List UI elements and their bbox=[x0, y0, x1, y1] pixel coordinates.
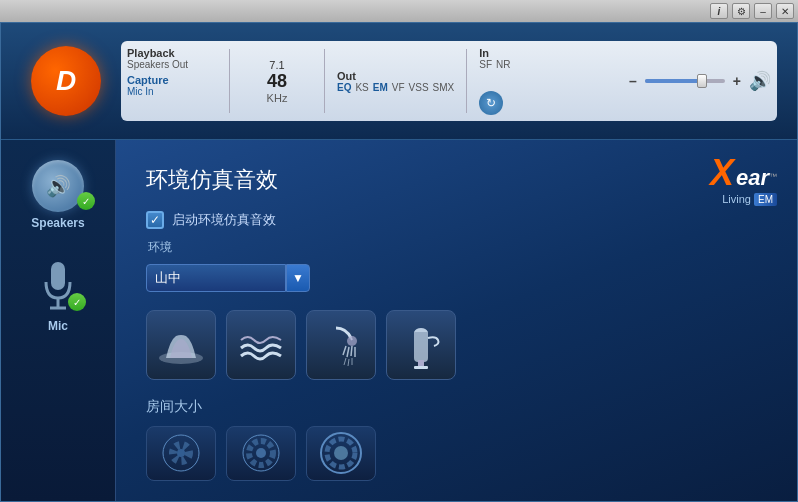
mic-in-label[interactable]: Mic In bbox=[127, 86, 217, 97]
svg-point-19 bbox=[256, 448, 266, 458]
close-button[interactable]: ✕ bbox=[776, 3, 794, 19]
content-panel: Xear™ Living EM 环境仿真音效 ✓ 启动环境仿真音效 环境 山中 … bbox=[116, 140, 797, 501]
sidebar: Speakers ✓ Mic ✓ bbox=[1, 140, 116, 501]
bar-icon bbox=[396, 320, 446, 370]
volume-area: – + 🔊 bbox=[629, 47, 771, 115]
out-ks[interactable]: KS bbox=[355, 82, 368, 93]
app-container: D Playback Speakers Out Capture Mic In 7… bbox=[0, 22, 798, 502]
svg-point-22 bbox=[334, 446, 348, 460]
mic-check-badge: ✓ bbox=[68, 293, 86, 311]
env-dropdown[interactable]: 山中 bbox=[146, 264, 286, 292]
xear-brand: Xear™ bbox=[710, 155, 777, 191]
info-button[interactable]: i bbox=[710, 3, 728, 19]
nav-out-section: Out EQ KS EM VF VSS SMX bbox=[337, 47, 454, 115]
freq-top: 7.1 bbox=[269, 59, 284, 71]
svg-point-16 bbox=[177, 449, 185, 457]
svg-rect-0 bbox=[51, 262, 65, 290]
speakers-icon bbox=[32, 160, 84, 212]
speakers-label: Speakers bbox=[31, 216, 84, 230]
volume-fill bbox=[645, 79, 701, 83]
speakers-out-label[interactable]: Speakers Out bbox=[127, 59, 217, 70]
main-content: Speakers ✓ Mic ✓ bbox=[1, 140, 797, 501]
svg-line-10 bbox=[348, 359, 349, 366]
app-header: D Playback Speakers Out Capture Mic In 7… bbox=[1, 23, 797, 140]
logo-area: D bbox=[16, 36, 116, 126]
out-em[interactable]: EM bbox=[373, 82, 388, 93]
speakers-check-badge: ✓ bbox=[77, 192, 95, 210]
svg-rect-13 bbox=[414, 366, 428, 369]
title-bar: i ⚙ – ✕ bbox=[0, 0, 798, 22]
enable-checkbox-row: ✓ 启动环境仿真音效 bbox=[146, 211, 767, 229]
large-room-icon bbox=[314, 431, 369, 476]
svg-point-4 bbox=[347, 336, 357, 346]
svg-rect-12 bbox=[418, 360, 424, 366]
xear-subtitle: Living EM bbox=[710, 193, 777, 205]
env-btn-shower[interactable] bbox=[306, 310, 376, 380]
mic-label: Mic bbox=[48, 319, 68, 333]
refresh-button[interactable]: ↻ bbox=[479, 91, 503, 115]
small-room-icon bbox=[154, 431, 209, 476]
app-logo: D bbox=[31, 46, 101, 116]
capture-label[interactable]: Capture bbox=[127, 74, 217, 86]
panel-title: 环境仿真音效 bbox=[146, 165, 767, 195]
xear-ear: ear bbox=[736, 165, 769, 190]
xear-em: EM bbox=[754, 193, 777, 206]
speaker-icon: 🔊 bbox=[749, 70, 771, 92]
room-btn-small[interactable] bbox=[146, 426, 216, 481]
water-icon bbox=[236, 320, 286, 370]
svg-line-7 bbox=[351, 346, 352, 356]
nav-divider-1 bbox=[229, 49, 230, 113]
nav-labels: Playback Speakers Out Capture Mic In bbox=[127, 47, 217, 115]
xear-tm: ™ bbox=[769, 172, 777, 181]
room-size-label: 房间大小 bbox=[146, 398, 767, 416]
enable-checkbox[interactable]: ✓ bbox=[146, 211, 164, 229]
dropdown-arrow[interactable]: ▼ bbox=[286, 264, 310, 292]
volume-slider[interactable] bbox=[645, 79, 725, 83]
freq-value: 48 bbox=[267, 71, 287, 92]
out-vss[interactable]: VSS bbox=[409, 82, 429, 93]
settings-button[interactable]: ⚙ bbox=[732, 3, 750, 19]
env-sublabel: 环境 bbox=[148, 239, 767, 256]
env-icon-buttons bbox=[146, 310, 767, 380]
out-title[interactable]: Out bbox=[337, 70, 454, 82]
room-btn-large[interactable] bbox=[306, 426, 376, 481]
shower-icon bbox=[316, 320, 366, 370]
volume-thumb[interactable] bbox=[697, 74, 707, 88]
sidebar-item-speakers[interactable]: Speakers ✓ bbox=[31, 160, 84, 230]
out-vf[interactable]: VF bbox=[392, 82, 405, 93]
vol-plus[interactable]: + bbox=[733, 73, 741, 89]
out-smx[interactable]: SMX bbox=[433, 82, 455, 93]
in-sf[interactable]: SF bbox=[479, 59, 492, 70]
env-btn-opera[interactable] bbox=[146, 310, 216, 380]
minimize-button[interactable]: – bbox=[754, 3, 772, 19]
env-btn-water[interactable] bbox=[226, 310, 296, 380]
out-items: EQ KS EM VF VSS SMX bbox=[337, 82, 454, 93]
xear-logo: Xear™ Living EM bbox=[710, 155, 777, 205]
playback-label[interactable]: Playback bbox=[127, 47, 217, 59]
nav-divider-2 bbox=[324, 49, 325, 113]
svg-line-6 bbox=[347, 347, 349, 357]
nav-freq: 7.1 48 KHz bbox=[242, 47, 312, 115]
xear-x: X bbox=[710, 152, 734, 193]
svg-line-5 bbox=[343, 346, 346, 355]
env-btn-bar[interactable] bbox=[386, 310, 456, 380]
medium-room-icon bbox=[234, 431, 289, 476]
freq-unit: KHz bbox=[267, 92, 288, 104]
nav-in-section: In SF NR ↻ bbox=[479, 47, 529, 115]
vol-minus[interactable]: – bbox=[629, 73, 637, 89]
out-eq[interactable]: EQ bbox=[337, 82, 351, 93]
opera-icon bbox=[156, 320, 206, 370]
nav-divider-3 bbox=[466, 49, 467, 113]
top-nav-panel: Playback Speakers Out Capture Mic In 7.1… bbox=[121, 41, 777, 121]
in-nr[interactable]: NR bbox=[496, 59, 510, 70]
xear-living: Living bbox=[722, 193, 751, 205]
in-title[interactable]: In bbox=[479, 47, 529, 59]
room-btn-medium[interactable] bbox=[226, 426, 296, 481]
in-items: SF NR bbox=[479, 59, 529, 70]
sidebar-item-mic[interactable]: Mic ✓ bbox=[40, 260, 76, 333]
enable-label: 启动环境仿真音效 bbox=[172, 211, 276, 229]
dropdown-row: 山中 ▼ bbox=[146, 264, 767, 292]
svg-line-9 bbox=[344, 358, 346, 365]
room-size-row bbox=[146, 426, 767, 481]
